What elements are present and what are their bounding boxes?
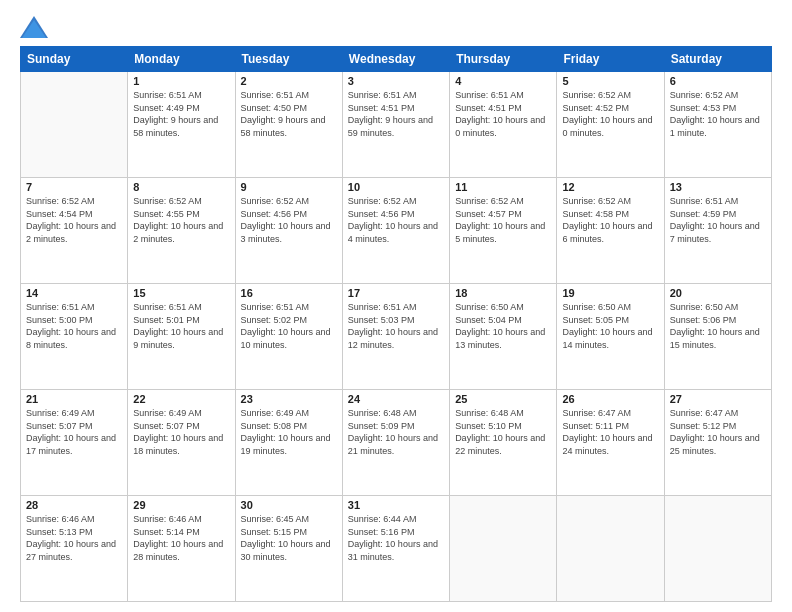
day-number: 23 [241,393,337,405]
calendar-week-row: 7Sunrise: 6:52 AMSunset: 4:54 PMDaylight… [21,178,772,284]
day-info: Sunrise: 6:50 AMSunset: 5:04 PMDaylight:… [455,301,551,351]
day-info: Sunrise: 6:51 AMSunset: 5:03 PMDaylight:… [348,301,444,351]
day-info: Sunrise: 6:48 AMSunset: 5:09 PMDaylight:… [348,407,444,457]
day-number: 14 [26,287,122,299]
day-info: Sunrise: 6:51 AMSunset: 5:02 PMDaylight:… [241,301,337,351]
svg-marker-1 [22,20,46,38]
day-info: Sunrise: 6:52 AMSunset: 4:52 PMDaylight:… [562,89,658,139]
day-cell: 18Sunrise: 6:50 AMSunset: 5:04 PMDayligh… [450,284,557,390]
day-number: 13 [670,181,766,193]
day-number: 19 [562,287,658,299]
day-info: Sunrise: 6:51 AMSunset: 5:01 PMDaylight:… [133,301,229,351]
day-number: 24 [348,393,444,405]
page: SundayMondayTuesdayWednesdayThursdayFrid… [0,0,792,612]
day-number: 20 [670,287,766,299]
weekday-header-row: SundayMondayTuesdayWednesdayThursdayFrid… [21,47,772,72]
logo [20,16,52,38]
day-cell: 22Sunrise: 6:49 AMSunset: 5:07 PMDayligh… [128,390,235,496]
weekday-header-wednesday: Wednesday [342,47,449,72]
day-cell: 25Sunrise: 6:48 AMSunset: 5:10 PMDayligh… [450,390,557,496]
day-cell: 9Sunrise: 6:52 AMSunset: 4:56 PMDaylight… [235,178,342,284]
day-cell: 30Sunrise: 6:45 AMSunset: 5:15 PMDayligh… [235,496,342,602]
day-info: Sunrise: 6:52 AMSunset: 4:54 PMDaylight:… [26,195,122,245]
day-info: Sunrise: 6:52 AMSunset: 4:56 PMDaylight:… [348,195,444,245]
day-info: Sunrise: 6:52 AMSunset: 4:57 PMDaylight:… [455,195,551,245]
day-info: Sunrise: 6:51 AMSunset: 4:51 PMDaylight:… [455,89,551,139]
day-cell: 3Sunrise: 6:51 AMSunset: 4:51 PMDaylight… [342,72,449,178]
day-number: 28 [26,499,122,511]
day-cell: 12Sunrise: 6:52 AMSunset: 4:58 PMDayligh… [557,178,664,284]
day-cell: 20Sunrise: 6:50 AMSunset: 5:06 PMDayligh… [664,284,771,390]
day-number: 29 [133,499,229,511]
day-number: 9 [241,181,337,193]
day-cell: 10Sunrise: 6:52 AMSunset: 4:56 PMDayligh… [342,178,449,284]
header [20,16,772,38]
day-cell: 4Sunrise: 6:51 AMSunset: 4:51 PMDaylight… [450,72,557,178]
day-cell: 28Sunrise: 6:46 AMSunset: 5:13 PMDayligh… [21,496,128,602]
day-number: 30 [241,499,337,511]
day-cell: 26Sunrise: 6:47 AMSunset: 5:11 PMDayligh… [557,390,664,496]
day-info: Sunrise: 6:49 AMSunset: 5:07 PMDaylight:… [26,407,122,457]
day-info: Sunrise: 6:45 AMSunset: 5:15 PMDaylight:… [241,513,337,563]
day-cell: 14Sunrise: 6:51 AMSunset: 5:00 PMDayligh… [21,284,128,390]
day-number: 8 [133,181,229,193]
day-info: Sunrise: 6:52 AMSunset: 4:58 PMDaylight:… [562,195,658,245]
day-cell: 6Sunrise: 6:52 AMSunset: 4:53 PMDaylight… [664,72,771,178]
day-info: Sunrise: 6:52 AMSunset: 4:55 PMDaylight:… [133,195,229,245]
day-info: Sunrise: 6:50 AMSunset: 5:06 PMDaylight:… [670,301,766,351]
calendar-week-row: 21Sunrise: 6:49 AMSunset: 5:07 PMDayligh… [21,390,772,496]
day-cell: 7Sunrise: 6:52 AMSunset: 4:54 PMDaylight… [21,178,128,284]
day-info: Sunrise: 6:46 AMSunset: 5:13 PMDaylight:… [26,513,122,563]
day-cell: 2Sunrise: 6:51 AMSunset: 4:50 PMDaylight… [235,72,342,178]
day-number: 31 [348,499,444,511]
day-info: Sunrise: 6:52 AMSunset: 4:56 PMDaylight:… [241,195,337,245]
day-cell: 11Sunrise: 6:52 AMSunset: 4:57 PMDayligh… [450,178,557,284]
day-number: 25 [455,393,551,405]
day-info: Sunrise: 6:50 AMSunset: 5:05 PMDaylight:… [562,301,658,351]
day-number: 12 [562,181,658,193]
day-cell: 17Sunrise: 6:51 AMSunset: 5:03 PMDayligh… [342,284,449,390]
day-cell: 16Sunrise: 6:51 AMSunset: 5:02 PMDayligh… [235,284,342,390]
logo-icon [20,16,48,38]
day-number: 10 [348,181,444,193]
day-cell: 21Sunrise: 6:49 AMSunset: 5:07 PMDayligh… [21,390,128,496]
empty-day-cell [21,72,128,178]
day-number: 26 [562,393,658,405]
day-info: Sunrise: 6:51 AMSunset: 4:51 PMDaylight:… [348,89,444,139]
day-number: 17 [348,287,444,299]
day-number: 6 [670,75,766,87]
calendar-week-row: 14Sunrise: 6:51 AMSunset: 5:00 PMDayligh… [21,284,772,390]
empty-day-cell [664,496,771,602]
day-info: Sunrise: 6:47 AMSunset: 5:11 PMDaylight:… [562,407,658,457]
day-number: 22 [133,393,229,405]
day-info: Sunrise: 6:51 AMSunset: 4:49 PMDaylight:… [133,89,229,139]
calendar-week-row: 28Sunrise: 6:46 AMSunset: 5:13 PMDayligh… [21,496,772,602]
weekday-header-friday: Friday [557,47,664,72]
day-number: 5 [562,75,658,87]
day-info: Sunrise: 6:47 AMSunset: 5:12 PMDaylight:… [670,407,766,457]
day-number: 7 [26,181,122,193]
day-info: Sunrise: 6:51 AMSunset: 4:50 PMDaylight:… [241,89,337,139]
day-cell: 1Sunrise: 6:51 AMSunset: 4:49 PMDaylight… [128,72,235,178]
day-cell: 15Sunrise: 6:51 AMSunset: 5:01 PMDayligh… [128,284,235,390]
day-cell: 13Sunrise: 6:51 AMSunset: 4:59 PMDayligh… [664,178,771,284]
day-number: 11 [455,181,551,193]
day-cell: 19Sunrise: 6:50 AMSunset: 5:05 PMDayligh… [557,284,664,390]
weekday-header-thursday: Thursday [450,47,557,72]
day-info: Sunrise: 6:52 AMSunset: 4:53 PMDaylight:… [670,89,766,139]
day-info: Sunrise: 6:44 AMSunset: 5:16 PMDaylight:… [348,513,444,563]
day-info: Sunrise: 6:49 AMSunset: 5:07 PMDaylight:… [133,407,229,457]
empty-day-cell [557,496,664,602]
day-number: 27 [670,393,766,405]
day-cell: 29Sunrise: 6:46 AMSunset: 5:14 PMDayligh… [128,496,235,602]
day-cell: 23Sunrise: 6:49 AMSunset: 5:08 PMDayligh… [235,390,342,496]
day-info: Sunrise: 6:46 AMSunset: 5:14 PMDaylight:… [133,513,229,563]
day-number: 15 [133,287,229,299]
day-number: 1 [133,75,229,87]
weekday-header-saturday: Saturday [664,47,771,72]
day-info: Sunrise: 6:51 AMSunset: 4:59 PMDaylight:… [670,195,766,245]
day-info: Sunrise: 6:48 AMSunset: 5:10 PMDaylight:… [455,407,551,457]
day-number: 3 [348,75,444,87]
day-cell: 8Sunrise: 6:52 AMSunset: 4:55 PMDaylight… [128,178,235,284]
day-cell: 24Sunrise: 6:48 AMSunset: 5:09 PMDayligh… [342,390,449,496]
